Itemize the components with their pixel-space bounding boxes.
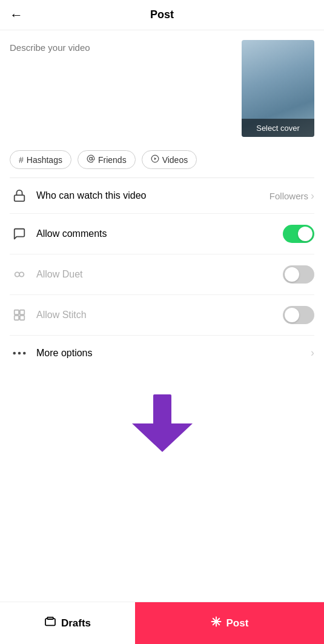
hashtags-button[interactable]: # Hashtags xyxy=(10,150,71,169)
allow-duet-label: Allow Duet xyxy=(36,269,283,280)
allow-duet-toggle[interactable] xyxy=(283,265,314,284)
svg-rect-15 xyxy=(45,619,55,625)
tag-buttons: # Hashtags Friends Videos xyxy=(0,144,324,178)
allow-comments-label: Allow comments xyxy=(36,228,283,239)
description-area: Select cover xyxy=(0,30,324,144)
svg-rect-7 xyxy=(20,310,24,314)
download-arrow-area xyxy=(0,370,324,470)
hashtag-icon: # xyxy=(19,155,24,165)
svg-rect-16 xyxy=(47,617,53,619)
svg-point-12 xyxy=(23,351,26,354)
chevron-right-icon: › xyxy=(311,190,314,202)
svg-point-11 xyxy=(18,351,21,354)
svg-point-4 xyxy=(15,272,19,276)
allow-stitch-toggle[interactable] xyxy=(283,306,314,324)
svg-point-0 xyxy=(90,158,93,161)
comment-icon xyxy=(10,227,29,241)
allow-comments-toggle[interactable] xyxy=(283,225,314,243)
videos-label: Videos xyxy=(162,155,188,165)
page-title: Post xyxy=(150,8,174,21)
svg-point-5 xyxy=(19,272,24,276)
post-icon xyxy=(211,616,222,630)
duet-icon xyxy=(10,268,29,281)
header: ← Post xyxy=(0,0,324,30)
more-options-row[interactable]: More options › xyxy=(10,336,314,370)
more-options-label: More options xyxy=(36,348,311,359)
description-input[interactable] xyxy=(10,40,234,137)
at-icon xyxy=(87,154,95,165)
friends-label: Friends xyxy=(98,155,127,165)
svg-rect-6 xyxy=(15,310,19,314)
drafts-icon xyxy=(44,617,56,629)
who-can-watch-value: Followers xyxy=(269,191,308,201)
allow-stitch-label: Allow Stitch xyxy=(36,310,283,320)
who-can-watch-label: Who can watch this video xyxy=(36,190,269,201)
svg-marker-2 xyxy=(154,158,156,161)
cover-label-bar: Select cover xyxy=(242,119,314,137)
stitch-icon xyxy=(10,308,29,322)
download-arrow-icon xyxy=(132,394,193,452)
svg-rect-8 xyxy=(15,316,19,320)
videos-button[interactable]: Videos xyxy=(142,150,197,169)
svg-point-10 xyxy=(13,351,16,354)
play-icon xyxy=(151,154,159,165)
svg-marker-14 xyxy=(132,423,193,452)
svg-rect-9 xyxy=(20,316,24,320)
post-button[interactable]: Post xyxy=(135,602,324,644)
cover-container[interactable]: Select cover xyxy=(242,40,314,137)
drafts-button[interactable]: Drafts xyxy=(0,602,135,644)
svg-rect-3 xyxy=(15,195,25,201)
allow-duet-row: Allow Duet xyxy=(10,254,314,295)
cover-label-text: Select cover xyxy=(256,124,300,133)
allow-stitch-row: Allow Stitch xyxy=(10,295,314,336)
drafts-label: Drafts xyxy=(61,617,91,629)
post-label: Post xyxy=(226,617,249,629)
back-button[interactable]: ← xyxy=(10,7,23,23)
hashtags-label: Hashtags xyxy=(27,155,62,165)
more-options-icon xyxy=(10,351,29,355)
allow-comments-row: Allow comments xyxy=(10,214,314,254)
lock-icon xyxy=(10,189,29,202)
svg-rect-13 xyxy=(153,394,171,426)
who-can-watch-row[interactable]: Who can watch this video Followers › xyxy=(10,178,314,214)
more-options-chevron: › xyxy=(311,347,314,359)
bottom-bar: Drafts Post xyxy=(0,602,324,644)
friends-button[interactable]: Friends xyxy=(78,150,136,169)
settings-section: Who can watch this video Followers › All… xyxy=(0,178,324,370)
